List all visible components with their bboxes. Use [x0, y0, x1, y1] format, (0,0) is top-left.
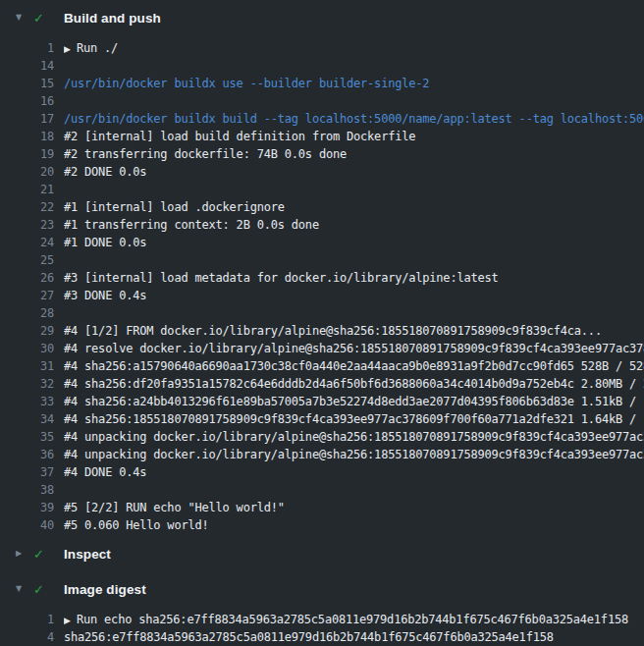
log-line: 37 #4 DONE 0.4s: [0, 463, 644, 481]
line-number[interactable]: 25: [0, 251, 54, 269]
line-text: sha256:e7ff8834a5963a2785c5a0811e979d16b…: [64, 628, 644, 646]
line-text: #1 transferring context: 2B 0.0s done: [64, 216, 644, 234]
expand-run-icon[interactable]: ▶: [64, 612, 77, 628]
line-number[interactable]: 28: [0, 304, 54, 322]
log-section-header[interactable]: ▼ ✓ Build and push: [0, 0, 644, 35]
line-text-content: #2 [internal] load build definition from…: [64, 130, 415, 143]
line-text-content: #4 sha256:185518070891758909c9f839cf4ca3…: [64, 412, 644, 426]
line-text-content: Run ./: [77, 41, 118, 55]
line-text: #1 [internal] load .dockerignore: [64, 198, 644, 216]
line-text: /usr/bin/docker buildx use --builder bui…: [64, 75, 644, 92]
disclosure-triangle-icon: ▼: [16, 585, 33, 593]
line-number[interactable]: 23: [0, 216, 54, 234]
line-text-content: #4 [1/2] FROM docker.io/library/alpine@s…: [64, 324, 602, 338]
success-check-icon: ✓: [33, 547, 53, 562]
line-number[interactable]: 18: [0, 128, 54, 145]
log-section-header[interactable]: ▶ ✓ Inspect: [0, 536, 644, 571]
line-text-content: #4 unpacking docker.io/library/alpine@sh…: [64, 430, 644, 444]
success-check-icon: ✓: [33, 11, 53, 26]
line-text-content: #1 DONE 0.0s: [64, 236, 146, 249]
line-text: #2 DONE 0.0s: [64, 163, 644, 181]
line-text-content: #4 sha256:a15790640a6690aa1730c38cf0a440…: [64, 359, 644, 373]
line-text: #4 sha256:a24bb4013296f61e89ba57005a7b3e…: [64, 393, 644, 410]
log-line: 39 #5 [2/2] RUN echo "Hello world!": [0, 499, 644, 516]
log-section: ▼ ✓ Build and push 1 ▶Run ./ 14 Using bu…: [0, 0, 644, 536]
log-line: 32 #4 sha256:df20fa9351a15782c64e6dddb2d…: [0, 375, 644, 393]
line-number[interactable]: 20: [0, 163, 54, 181]
log-line: 1 ▶Run echo sha256:e7ff8834a5963a2785c5a…: [0, 611, 644, 628]
line-number[interactable]: 19: [0, 145, 54, 163]
line-text-content: #5 0.060 Hello world!: [64, 518, 209, 532]
line-text: #3 [internal] load metadata for docker.i…: [64, 269, 644, 287]
line-number[interactable]: 32: [0, 375, 54, 393]
log-line: 28: [0, 304, 644, 322]
line-text-content: #4 sha256:df20fa9351a15782c64e6dddb2d4a6…: [64, 377, 644, 391]
line-text: #5 0.060 Hello world!: [64, 516, 644, 534]
line-number[interactable]: 31: [0, 357, 54, 375]
log-line: 22 #1 [internal] load .dockerignore: [0, 198, 644, 216]
line-text-content: Run echo sha256:e7ff8834a5963a2785c5a081…: [77, 613, 628, 626]
line-number[interactable]: 21: [0, 181, 54, 198]
line-number[interactable]: 29: [0, 322, 54, 340]
line-number[interactable]: 33: [0, 393, 54, 410]
line-text: [64, 481, 644, 499]
log-line: 23 #1 transferring context: 2B 0.0s done: [0, 216, 644, 234]
line-number[interactable]: 14: [0, 57, 54, 75]
line-number[interactable]: 27: [0, 287, 54, 304]
line-number[interactable]: 4: [0, 628, 54, 646]
log-line: 15 /usr/bin/docker buildx use --builder …: [0, 75, 644, 92]
line-number[interactable]: 34: [0, 410, 54, 428]
line-number[interactable]: 15: [0, 75, 54, 92]
line-number[interactable]: 37: [0, 463, 54, 481]
log-line: 29 #4 [1/2] FROM docker.io/library/alpin…: [0, 322, 644, 340]
line-number[interactable]: 24: [0, 234, 54, 251]
line-text: #4 resolve docker.io/library/alpine@sha2…: [64, 340, 644, 357]
line-text: #2 [internal] load build definition from…: [64, 128, 644, 145]
log-section-header[interactable]: ▼ ✓ Image digest: [0, 571, 644, 607]
log-line: 38: [0, 481, 644, 499]
log-line: 40 #5 0.060 Hello world!: [0, 516, 644, 534]
log-line: 17 /usr/bin/docker buildx build --tag lo…: [0, 110, 644, 128]
line-number[interactable]: 39: [0, 499, 54, 516]
line-text-content: /usr/bin/docker buildx build --tag local…: [64, 112, 644, 126]
line-number[interactable]: 36: [0, 446, 54, 463]
line-number[interactable]: 35: [0, 428, 54, 446]
line-text: #4 unpacking docker.io/library/alpine@sh…: [64, 428, 644, 446]
line-number[interactable]: 30: [0, 340, 54, 357]
log-line: 20 #2 DONE 0.0s: [0, 163, 644, 181]
line-text: #4 unpacking docker.io/library/alpine@sh…: [64, 446, 644, 463]
section-title: Image digest: [64, 582, 146, 597]
line-text: Using builder instance builder-single-2: [64, 57, 644, 75]
log-line: 31 #4 sha256:a15790640a6690aa1730c38cf0a…: [0, 357, 644, 375]
line-number[interactable]: 1: [0, 611, 54, 628]
section-title: Inspect: [64, 547, 111, 562]
line-text-content: #4 sha256:a24bb4013296f61e89ba57005a7b3e…: [64, 395, 644, 408]
log-line: 35 #4 unpacking docker.io/library/alpine…: [0, 428, 644, 446]
line-text: /usr/bin/docker buildx build --tag local…: [64, 110, 644, 128]
log-line: 30 #4 resolve docker.io/library/alpine@s…: [0, 340, 644, 357]
line-number[interactable]: 17: [0, 110, 54, 128]
line-text-content: #4 resolve docker.io/library/alpine@sha2…: [64, 342, 644, 355]
line-text: [64, 304, 644, 322]
line-text-content: #5 [2/2] RUN echo "Hello world!": [64, 501, 285, 514]
line-number[interactable]: 26: [0, 269, 54, 287]
log-line: 36 #4 unpacking docker.io/library/alpine…: [0, 446, 644, 463]
line-text-content: #2 transferring dockerfile: 74B 0.0s don…: [64, 147, 347, 161]
log-line: 21: [0, 181, 644, 198]
line-text: #2 transferring dockerfile: 74B 0.0s don…: [64, 145, 644, 163]
line-number[interactable]: 22: [0, 198, 54, 216]
line-text: #4 DONE 0.4s: [64, 463, 644, 481]
log-line: 1 ▶Run ./: [0, 39, 644, 57]
line-number[interactable]: 40: [0, 516, 54, 534]
line-text: #5 [2/2] RUN echo "Hello world!": [64, 499, 644, 516]
line-text: ▶Run echo sha256:e7ff8834a5963a2785c5a08…: [64, 611, 644, 628]
log-line: 14 Using builder instance builder-single…: [0, 57, 644, 75]
line-number[interactable]: 1: [0, 39, 54, 57]
log-line: 34 #4 sha256:185518070891758909c9f839cf4…: [0, 410, 644, 428]
line-number[interactable]: 38: [0, 481, 54, 499]
log-line: 26 #3 [internal] load metadata for docke…: [0, 269, 644, 287]
line-number[interactable]: 16: [0, 92, 54, 110]
expand-run-icon[interactable]: ▶: [64, 40, 77, 57]
log-line: 4 sha256:e7ff8834a5963a2785c5a0811e979d1…: [0, 628, 644, 646]
line-text-content: #1 transferring context: 2B 0.0s done: [64, 218, 319, 232]
